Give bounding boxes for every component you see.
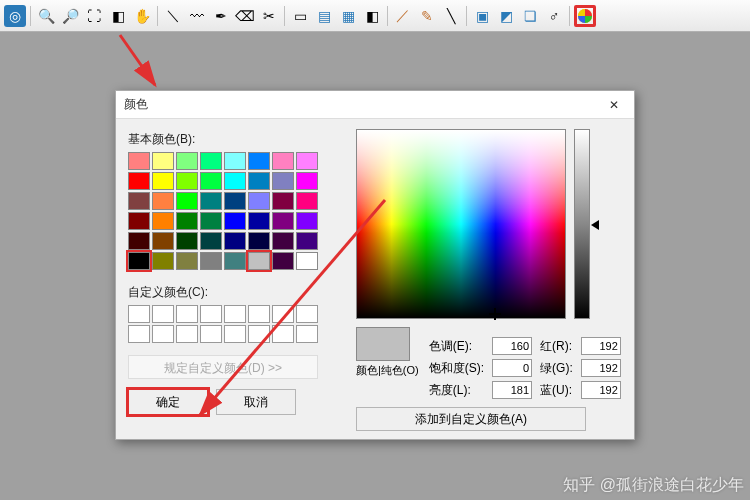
basic-swatch[interactable]: [128, 232, 150, 250]
hue-field[interactable]: [492, 337, 532, 355]
basic-swatch[interactable]: [272, 212, 294, 230]
rect-select-icon[interactable]: ▭: [289, 5, 311, 27]
add-custom-button[interactable]: 添加到自定义颜色(A): [356, 407, 586, 431]
basic-swatch[interactable]: [248, 212, 270, 230]
eraser-tool-icon[interactable]: ⌫: [234, 5, 256, 27]
basic-swatch[interactable]: [128, 212, 150, 230]
basic-swatch[interactable]: [296, 252, 318, 270]
basic-swatch[interactable]: [224, 252, 246, 270]
page-icon[interactable]: ▤: [313, 5, 335, 27]
sat-field[interactable]: [492, 359, 532, 377]
basic-swatch[interactable]: [200, 152, 222, 170]
basic-swatch[interactable]: [200, 172, 222, 190]
basic-swatch[interactable]: [152, 212, 174, 230]
basic-swatch[interactable]: [272, 152, 294, 170]
basic-swatch[interactable]: [224, 192, 246, 210]
basic-swatch[interactable]: [176, 212, 198, 230]
basic-swatch[interactable]: [296, 172, 318, 190]
custom-swatch[interactable]: [128, 325, 150, 343]
zoom-region-icon[interactable]: ◧: [107, 5, 129, 27]
zoom-out-icon[interactable]: 🔎: [59, 5, 81, 27]
pen-tool-icon[interactable]: ✒: [210, 5, 232, 27]
custom-swatch[interactable]: [200, 305, 222, 323]
color-balance-icon[interactable]: ◧: [361, 5, 383, 27]
basic-swatch[interactable]: [248, 172, 270, 190]
basic-swatch[interactable]: [272, 232, 294, 250]
blue-field[interactable]: [581, 381, 621, 399]
basic-swatch[interactable]: [200, 232, 222, 250]
custom-swatch[interactable]: [296, 305, 318, 323]
custom-swatch[interactable]: [272, 305, 294, 323]
red-field[interactable]: [581, 337, 621, 355]
custom-swatch[interactable]: [224, 305, 246, 323]
custom-swatch[interactable]: [272, 325, 294, 343]
luminance-slider[interactable]: [574, 129, 590, 319]
custom-swatch[interactable]: [176, 305, 198, 323]
basic-swatch[interactable]: [296, 232, 318, 250]
custom-swatch[interactable]: [248, 325, 270, 343]
basic-swatch[interactable]: [200, 212, 222, 230]
measure-icon[interactable]: ╲: [440, 5, 462, 27]
close-icon[interactable]: ✕: [602, 98, 626, 112]
basic-swatch[interactable]: [248, 152, 270, 170]
basic-swatch[interactable]: [224, 152, 246, 170]
basic-swatch[interactable]: [152, 192, 174, 210]
line-tool-icon[interactable]: ＼: [162, 5, 184, 27]
box3d-icon[interactable]: ❏: [519, 5, 541, 27]
brush-icon[interactable]: ／: [392, 5, 414, 27]
dialog-titlebar[interactable]: 颜色 ✕: [116, 91, 634, 119]
custom-swatch[interactable]: [224, 325, 246, 343]
basic-swatch[interactable]: [248, 192, 270, 210]
color-wheel-button[interactable]: [574, 5, 596, 27]
basic-swatch[interactable]: [128, 152, 150, 170]
basic-swatch[interactable]: [248, 252, 270, 270]
custom-swatch[interactable]: [176, 325, 198, 343]
basic-swatch[interactable]: [272, 192, 294, 210]
basic-swatch[interactable]: [200, 252, 222, 270]
basic-swatch[interactable]: [152, 172, 174, 190]
app-icon[interactable]: ◎: [4, 5, 26, 27]
custom-swatch[interactable]: [152, 325, 174, 343]
text-tool-icon[interactable]: ▦: [337, 5, 359, 27]
zoom-fit-icon[interactable]: ⛶: [83, 5, 105, 27]
basic-swatch[interactable]: [128, 172, 150, 190]
custom-swatch[interactable]: [200, 325, 222, 343]
basic-swatch[interactable]: [224, 172, 246, 190]
basic-swatch[interactable]: [152, 232, 174, 250]
basic-swatch[interactable]: [176, 152, 198, 170]
basic-swatch[interactable]: [176, 232, 198, 250]
basic-swatch[interactable]: [176, 192, 198, 210]
hand-tool-icon[interactable]: ✋: [131, 5, 153, 27]
curve-tool-icon[interactable]: 〰: [186, 5, 208, 27]
basic-swatch[interactable]: [224, 212, 246, 230]
basic-swatch[interactable]: [296, 192, 318, 210]
cube-icon[interactable]: ◩: [495, 5, 517, 27]
basic-swatch[interactable]: [128, 252, 150, 270]
connector-icon[interactable]: ♂: [543, 5, 565, 27]
basic-swatch[interactable]: [176, 252, 198, 270]
zoom-in-icon[interactable]: 🔍: [35, 5, 57, 27]
green-field[interactable]: [581, 359, 621, 377]
layers-icon[interactable]: ▣: [471, 5, 493, 27]
basic-swatch[interactable]: [128, 192, 150, 210]
custom-swatch[interactable]: [128, 305, 150, 323]
basic-swatch[interactable]: [272, 252, 294, 270]
ok-button[interactable]: 确定: [128, 389, 208, 415]
custom-swatch[interactable]: [296, 325, 318, 343]
basic-swatch[interactable]: [152, 152, 174, 170]
crop-tool-icon[interactable]: ✂: [258, 5, 280, 27]
basic-swatch[interactable]: [248, 232, 270, 250]
basic-swatch[interactable]: [296, 212, 318, 230]
custom-swatch[interactable]: [248, 305, 270, 323]
cancel-button[interactable]: 取消: [216, 389, 296, 415]
basic-swatch[interactable]: [152, 252, 174, 270]
basic-swatch[interactable]: [176, 172, 198, 190]
basic-swatch[interactable]: [272, 172, 294, 190]
lum-field[interactable]: [492, 381, 532, 399]
basic-swatch[interactable]: [296, 152, 318, 170]
color-spectrum[interactable]: [356, 129, 566, 319]
basic-swatch[interactable]: [200, 192, 222, 210]
custom-swatch[interactable]: [152, 305, 174, 323]
basic-swatch[interactable]: [224, 232, 246, 250]
brush2-icon[interactable]: ✎: [416, 5, 438, 27]
